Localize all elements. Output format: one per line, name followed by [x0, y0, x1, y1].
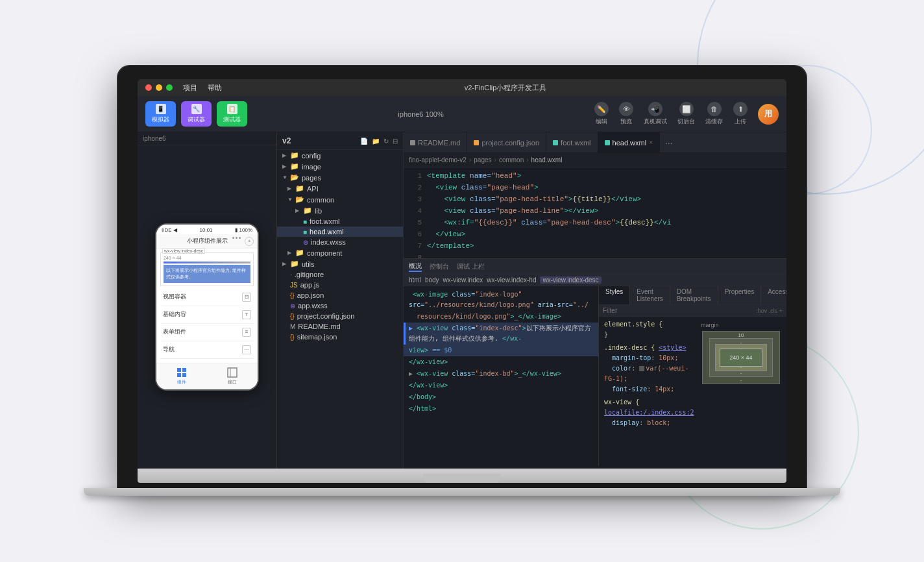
tree-item-api[interactable]: ▶ 📁 API [277, 183, 403, 194]
tree-item-pages[interactable]: ▼ 📂 pages [277, 172, 403, 183]
edit-label: 编辑 [596, 117, 607, 126]
tree-arrow-lib: ▶ [295, 208, 300, 214]
bottom-nav-interface[interactable]: 接口 [227, 367, 237, 385]
dom-breakpoints-tab[interactable]: DOM Breakpoints [670, 286, 718, 304]
file-tree-actions: 📄 📁 ↻ ⊟ [360, 138, 398, 145]
line-code-2: <view class="page-head"> [427, 182, 786, 193]
tab-label-head: head.wxml [613, 139, 647, 147]
accessibility-tab[interactable]: Accessibility [761, 286, 786, 304]
breadcrumb-sep-1: › [469, 156, 471, 164]
list-item-1: 基础内容 T [160, 306, 254, 324]
html-node-close-html: </html> [404, 403, 598, 415]
tester-btn[interactable]: 📋 测试器 [217, 101, 247, 127]
simulator-phone-area: IIDE ◀ 10:01 ▮ 100% 小程序组件展示 [138, 145, 276, 469]
tree-item-image[interactable]: ▶ 📁 image [277, 161, 403, 172]
tree-item-name-project-config: project.config.json [297, 312, 355, 320]
tab-label-readme: README.md [418, 139, 460, 147]
devtools-html-tree: <wx-image class="index-logo" src="../res… [404, 286, 598, 466]
tree-item-foot-wxml[interactable]: ■ foot.wxml [277, 216, 403, 226]
tree-item-gitignore[interactable]: · .gitignore [277, 269, 403, 280]
new-folder-btn[interactable]: 📁 [372, 138, 380, 145]
tree-item-sitemap[interactable]: {} sitemap.json [277, 332, 403, 342]
tab-project-config[interactable]: project.config.json [467, 132, 546, 153]
background-action[interactable]: ⬜ 切后台 [677, 102, 695, 126]
devtools-bc-body[interactable]: body [425, 276, 439, 284]
tree-item-project-config[interactable]: {} project.config.json [277, 311, 403, 321]
simulator-btn[interactable]: 📱 模拟器 [145, 101, 176, 127]
preview-action[interactable]: 👁 预览 [619, 102, 633, 126]
style-link-0[interactable]: <style> [659, 344, 686, 351]
bottom-nav-components[interactable]: 组件 [176, 367, 187, 385]
tab-foot-wxml[interactable]: foot.wxml [546, 132, 598, 153]
devtools-tab-debug[interactable]: 调试 上栏 [457, 262, 485, 271]
folder-icon-image: 📁 [290, 162, 299, 171]
tab-more-btn[interactable]: ··· [660, 138, 678, 148]
devtools-bc-html[interactable]: html [409, 276, 421, 284]
tree-item-common[interactable]: ▼ 📂 common [277, 194, 403, 205]
menu-project[interactable]: 项目 [183, 83, 197, 93]
tree-item-component[interactable]: ▶ 📁 component [277, 247, 403, 258]
line-code-6: </view> [427, 228, 786, 240]
debugger-btn[interactable]: 🔧 调试器 [181, 101, 212, 127]
tree-item-config[interactable]: ▶ 📁 config [277, 150, 403, 161]
edit-action[interactable]: ✏️ 编辑 [594, 102, 609, 126]
app-title: v2-FinClip小程序开发工具 [232, 83, 779, 93]
menu-help[interactable]: 帮助 [208, 83, 222, 93]
tree-item-head-wxml[interactable]: ■ head.wxml [277, 226, 403, 237]
folder-icon-utils: 📁 [290, 260, 299, 268]
event-listeners-tab[interactable]: Event Listeners [630, 286, 670, 304]
file-icon-readme: M [290, 323, 295, 330]
devtools-bc-wx-view-index-desc[interactable]: wx-view.index-desc [540, 276, 601, 284]
tab-head-wxml[interactable]: head.wxml × [598, 132, 660, 153]
devtools-tab-overview[interactable]: 概况 [409, 262, 422, 272]
highlighted-text: 以下将展示小程序官方组件能力, 组件样式仅供参考。 [164, 265, 250, 283]
new-file-btn[interactable]: 📄 [360, 138, 368, 145]
refresh-btn[interactable]: ↻ [383, 138, 389, 145]
tree-item-app-wxss[interactable]: ⊛ app.wxss [277, 300, 403, 311]
breadcrumb-sep-3: › [526, 156, 528, 164]
devtools-style-tabs: Styles Event Listeners DOM Breakpoints P… [599, 286, 786, 305]
file-tree-panel: v2 📄 📁 ↻ ⊟ ▶ 📁 config [277, 132, 404, 469]
devtools-bc-wx-view-index-hd[interactable]: wx-view.index-hd [487, 276, 536, 284]
file-tree-title: v2 [282, 136, 291, 145]
tab-readme[interactable]: README.md [404, 132, 467, 153]
tab-icon-project [474, 140, 479, 145]
background-icon: ⬜ [679, 102, 694, 116]
code-line-5: 5 <wx:if="{{desc}}" class="page-head-des… [404, 217, 786, 228]
minimize-btn[interactable] [156, 84, 162, 91]
close-btn[interactable] [145, 84, 152, 91]
tree-item-utils[interactable]: ▶ 📁 utils [277, 258, 403, 269]
code-line-3: 3 <view class="page-head-title">{{title}… [404, 193, 786, 205]
tab-close-head[interactable]: × [649, 139, 653, 146]
maximize-btn[interactable] [166, 84, 173, 91]
tree-item-name-common: common [307, 196, 334, 204]
code-area[interactable]: 1 <template name="head"> 2 <view class="… [404, 167, 786, 258]
styles-filter-input[interactable] [603, 307, 753, 314]
components-icon [176, 367, 187, 378]
clear-cache-action[interactable]: 🗑 清缓存 [705, 102, 723, 126]
wx-view-rule: wx-view { localfile:/.index.css:2 displa… [604, 397, 690, 428]
file-icon-app-json: {} [290, 292, 295, 299]
tree-item-app-js[interactable]: JS app.js [277, 280, 403, 290]
editor-panel: README.md project.config.json foot.wxml [404, 132, 786, 469]
collapse-btn[interactable]: ⊟ [393, 138, 398, 145]
toolbar-center: iphone6 100% [247, 110, 594, 118]
upload-action[interactable]: ⬆ 上传 [733, 102, 748, 126]
tree-item-readme[interactable]: M README.md [277, 321, 403, 332]
styles-tab[interactable]: Styles [599, 286, 630, 304]
devtools-tab-console[interactable]: 控制台 [430, 262, 449, 271]
laptop-screen: 项目 帮助 v2-FinClip小程序开发工具 📱 模拟器 🔧 调试器 [138, 79, 786, 469]
preview-icon: 👁 [619, 102, 633, 116]
tree-item-app-json[interactable]: {} app.json [277, 290, 403, 300]
style-link-1[interactable]: localfile:/.index.css:2 [604, 409, 694, 416]
line-code-4: <view class="page-head-line"></view> [427, 205, 786, 217]
line-num-5: 5 [404, 217, 427, 228]
device-debug-action[interactable]: 📲 真机调试 [644, 102, 667, 126]
devtools-body: <wx-image class="index-logo" src="../res… [404, 286, 786, 466]
properties-tab[interactable]: Properties [718, 286, 762, 304]
user-avatar[interactable]: 用 [758, 104, 779, 125]
devtools-bc-wx-view-index[interactable]: wx-view.index [443, 276, 483, 284]
tree-item-lib[interactable]: ▶ 📁 lib [277, 205, 403, 216]
tree-item-index-wxss[interactable]: ⊛ index.wxss [277, 237, 403, 247]
file-icon-foot: ■ [303, 218, 307, 225]
